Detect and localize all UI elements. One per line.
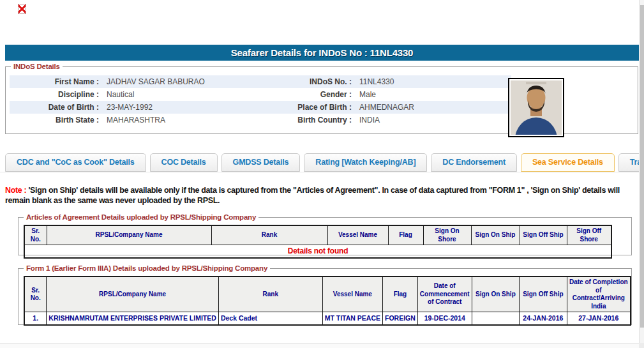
seafarer-details-page: Seafarer Details for INDoS No : 11NL4330… bbox=[0, 0, 644, 348]
column-header: Sign Off Shore bbox=[567, 225, 611, 245]
scrollbar-corner bbox=[639, 343, 644, 348]
seafarer-photo bbox=[508, 78, 564, 137]
field-value: Male bbox=[356, 88, 511, 101]
field-value: INDIA bbox=[356, 114, 511, 126]
articles-of-agreement-fieldset: Articles of Agreement Details uploaded b… bbox=[18, 213, 632, 255]
cell-completion-date: 27-JAN-2016 bbox=[567, 312, 631, 325]
horizontal-scrollbar[interactable] bbox=[0, 343, 639, 348]
form1-legend: Form 1 (Earlier Form IIIA) Details uploa… bbox=[24, 264, 270, 272]
indos-details-fieldset: INDoS Details First Name : JADHAV SAGAR … bbox=[5, 63, 638, 134]
cell-commencement-date: 19-DEC-2014 bbox=[417, 312, 472, 325]
cell-flag: FOREIGN bbox=[383, 312, 418, 325]
column-header: Vessel Name bbox=[327, 225, 388, 245]
note-text: 'Sign on Ship' details will be available… bbox=[5, 186, 620, 205]
field-label: Birth State : bbox=[10, 114, 103, 126]
table-row: 1. KRISHNAMRUTAM ENTERPRISES PRIVATE LIM… bbox=[24, 312, 631, 325]
column-header: Sr. No. bbox=[24, 225, 47, 245]
indos-row: Discipline : Nautical Gender : Male bbox=[10, 88, 511, 101]
table-header-row: Sr. No. RPSL/Company Name Rank Vessel Na… bbox=[24, 276, 631, 312]
vertical-scrollbar[interactable] bbox=[639, 0, 644, 343]
indos-row: Date of Birth : 23-MAY-1992 Place of Bir… bbox=[10, 101, 511, 114]
field-value: AHMEDNAGAR bbox=[356, 101, 511, 114]
cell-vessel-name: MT TITAN PEACE bbox=[322, 312, 382, 325]
field-value: 11NL4330 bbox=[356, 75, 511, 88]
tab-strip: CDC and "CoC as Cook" Details COC Detail… bbox=[5, 153, 639, 172]
tab-dc-endorsement[interactable]: DC Endorsement bbox=[431, 153, 517, 172]
column-header: Sign On Shore bbox=[423, 225, 471, 245]
field-label: INDoS No. : bbox=[228, 75, 356, 88]
indos-row: First Name : JADHAV SAGAR BABURAO INDoS … bbox=[10, 75, 511, 88]
column-header: Sign Off Ship bbox=[520, 225, 567, 245]
tab-cdc-coc-cook[interactable]: CDC and "CoC as Cook" Details bbox=[5, 153, 146, 172]
cell-rank: Deck Cadet bbox=[218, 312, 322, 325]
field-label: Place of Birth : bbox=[228, 101, 356, 114]
cell-company-name: KRISHNAMRUTAM ENTERPRISES PRIVATE LIMITE… bbox=[47, 312, 219, 325]
table-row: Details not found bbox=[24, 245, 611, 259]
broken-image-icon bbox=[18, 4, 26, 14]
column-header: Date of Commencement of Contract bbox=[417, 276, 472, 312]
field-value: JADHAV SAGAR BABURAO bbox=[103, 75, 228, 88]
tab-coc-details[interactable]: COC Details bbox=[150, 153, 218, 172]
column-header: Flag bbox=[388, 225, 423, 245]
field-value: Nautical bbox=[103, 88, 228, 101]
indos-details-table: First Name : JADHAV SAGAR BABURAO INDoS … bbox=[10, 75, 511, 126]
field-label: Birth Country : bbox=[228, 114, 356, 126]
indos-row: Birth State : MAHARASHTRA Birth Country … bbox=[10, 114, 511, 126]
field-label: Date of Birth : bbox=[10, 101, 103, 114]
column-header: Vessel Name bbox=[322, 276, 382, 312]
tab-sea-service-details[interactable]: Sea Service Details bbox=[521, 153, 615, 172]
column-header: Sign Off Ship bbox=[520, 276, 567, 312]
column-header: Flag bbox=[383, 276, 418, 312]
tab-gmdss-details[interactable]: GMDSS Details bbox=[221, 153, 301, 172]
column-header: RPSL/Company Name bbox=[47, 276, 219, 312]
indos-details-legend: INDoS Details bbox=[11, 63, 63, 70]
column-header: Sign On Ship bbox=[471, 225, 520, 245]
form1-fieldset: Form 1 (Earlier Form IIIA) Details uploa… bbox=[18, 264, 632, 325]
page-title: Seafarer Details for INDoS No : 11NL4330 bbox=[5, 45, 639, 61]
cell-sr-no: 1. bbox=[24, 312, 47, 325]
column-header: RPSL/Company Name bbox=[47, 225, 211, 245]
field-label: Gender : bbox=[228, 88, 356, 101]
tab-rating-watch-keeping[interactable]: Rating [Watch Keeping/AB] bbox=[304, 153, 427, 172]
field-label: Discipline : bbox=[10, 88, 103, 101]
articles-of-agreement-table: Sr. No. RPSL/Company Name Rank Vessel Na… bbox=[24, 225, 612, 259]
column-header: Sr. No. bbox=[24, 276, 47, 312]
form1-table: Sr. No. RPSL/Company Name Rank Vessel Na… bbox=[24, 276, 631, 326]
column-header: Sign On Ship bbox=[472, 276, 519, 312]
field-value: MAHARASHTRA bbox=[103, 114, 228, 126]
column-header: Rank bbox=[211, 225, 327, 245]
articles-of-agreement-legend: Articles of Agreement Details uploaded b… bbox=[24, 213, 258, 221]
field-value: 23-MAY-1992 bbox=[103, 101, 228, 114]
column-header: Rank bbox=[218, 276, 322, 312]
vertical-scrollbar-thumb[interactable] bbox=[640, 5, 644, 328]
field-label: First Name : bbox=[10, 75, 103, 88]
cell-sign-off-ship: 24-JAN-2016 bbox=[520, 312, 567, 325]
cell-sign-on-ship bbox=[472, 312, 519, 325]
details-not-found-message: Details not found bbox=[24, 245, 611, 259]
column-header: Date of Completion of Contract/Arriving … bbox=[567, 276, 631, 312]
table-header-row: Sr. No. RPSL/Company Name Rank Vessel Na… bbox=[24, 225, 611, 245]
note-prefix: Note : bbox=[5, 186, 26, 195]
sign-on-ship-note: Note : 'Sign on Ship' details will be av… bbox=[5, 186, 640, 206]
